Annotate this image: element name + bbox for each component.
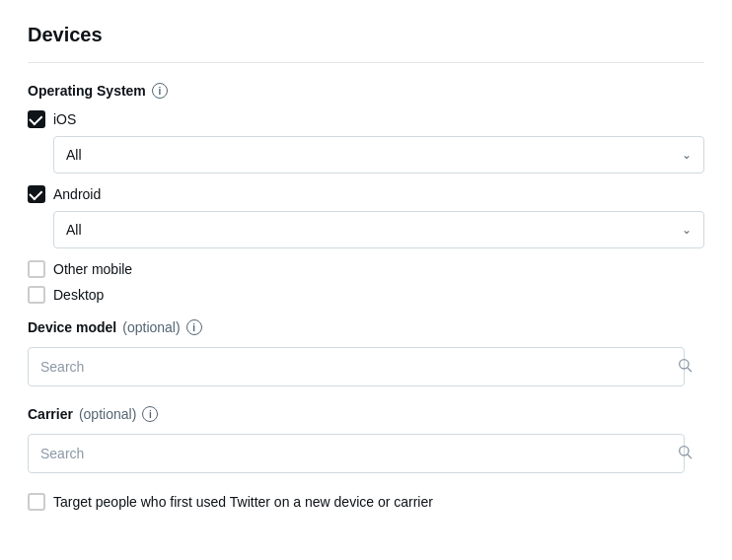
- ios-checkbox-row: iOS: [28, 110, 704, 128]
- device-model-info-icon[interactable]: i: [186, 319, 202, 335]
- device-model-search-input[interactable]: [28, 347, 685, 386]
- ios-dropdown-value: All: [66, 147, 82, 163]
- devices-panel: Devices Operating System i iOS All ⌄ And…: [0, 0, 732, 560]
- android-chevron-icon: ⌄: [682, 223, 692, 237]
- carrier-info-icon[interactable]: i: [142, 406, 158, 422]
- page-title: Devices: [28, 24, 704, 46]
- operating-system-info-icon[interactable]: i: [152, 83, 168, 99]
- operating-system-label: Operating System i: [28, 83, 704, 99]
- android-label[interactable]: Android: [28, 185, 101, 203]
- device-model-section: Device model (optional) i: [28, 319, 704, 386]
- carrier-section: Carrier (optional) i: [28, 406, 704, 473]
- carrier-label: Carrier (optional) i: [28, 406, 704, 422]
- android-dropdown-wrapper: All ⌄: [53, 211, 704, 248]
- ios-chevron-icon: ⌄: [682, 148, 692, 162]
- desktop-label[interactable]: Desktop: [28, 286, 104, 304]
- android-dropdown-value: All: [66, 222, 82, 238]
- operating-system-section: Operating System i iOS All ⌄ Android: [28, 83, 704, 304]
- device-model-search-wrapper: [28, 347, 704, 386]
- desktop-checkbox-row: Desktop: [28, 286, 704, 304]
- svg-line-1: [688, 368, 692, 372]
- android-version-dropdown[interactable]: All ⌄: [53, 211, 704, 248]
- desktop-checkbox[interactable]: [28, 286, 45, 304]
- ios-label[interactable]: iOS: [28, 110, 76, 128]
- android-checkbox[interactable]: [28, 185, 45, 203]
- ios-checkbox[interactable]: [28, 110, 45, 128]
- target-new-device-checkbox[interactable]: [28, 493, 45, 511]
- carrier-search-input[interactable]: [28, 434, 685, 473]
- target-new-device-label[interactable]: Target people who first used Twitter on …: [53, 494, 433, 510]
- android-checkbox-row: Android: [28, 185, 704, 203]
- other-mobile-checkbox-row: Other mobile: [28, 260, 704, 278]
- divider: [28, 62, 704, 63]
- device-model-label: Device model (optional) i: [28, 319, 704, 335]
- svg-line-3: [688, 455, 692, 458]
- other-mobile-checkbox[interactable]: [28, 260, 45, 278]
- ios-dropdown-wrapper: All ⌄: [53, 136, 704, 174]
- ios-version-dropdown[interactable]: All ⌄: [53, 136, 704, 174]
- target-new-device-row: Target people who first used Twitter on …: [28, 493, 704, 511]
- other-mobile-label[interactable]: Other mobile: [28, 260, 132, 278]
- carrier-search-wrapper: [28, 434, 704, 473]
